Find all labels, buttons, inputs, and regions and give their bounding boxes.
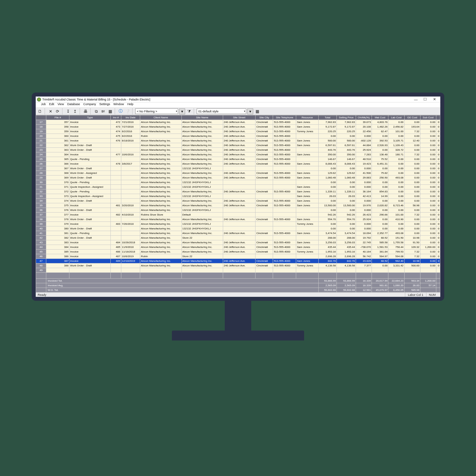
copy-icon[interactable]: ⧉: [93, 108, 99, 114]
grid-header[interactable]: File #TypeInv #Inv DateClient NameSite N…: [36, 115, 440, 120]
column-header[interactable]: Site City: [256, 115, 273, 120]
column-header[interactable]: Type: [69, 115, 111, 120]
menu-edit[interactable]: Edit: [49, 102, 55, 107]
table-row[interactable]: 24364Invoice47710/6/2016Abcon Manufactur…: [36, 152, 440, 157]
table-row[interactable]: 38378Work Order - DraftAbcon Manufacturi…: [36, 217, 440, 222]
grid-icon[interactable]: ▦: [107, 108, 113, 114]
titlebar: Trimble® Accubid Classic Time & Material…: [36, 97, 440, 102]
maximize-button[interactable]: ☐: [420, 97, 430, 101]
filter-dropdown-label: < No Filtering >: [137, 110, 157, 113]
filter-dropdown[interactable]: < No Filtering >: [135, 108, 178, 114]
menu-view[interactable]: View: [58, 102, 64, 107]
statusbar: Ready Labor Col 1 NUM: [36, 292, 440, 297]
column-header[interactable]: Site Street: [223, 115, 256, 120]
sum-icon[interactable]: SΣ: [100, 108, 106, 114]
status-labor: Labor Col 1: [405, 293, 426, 297]
column-header[interactable]: Inv #: [111, 115, 121, 120]
table-row[interactable]: 40380Work Order - DraftAbcon Manufacturi…: [36, 226, 440, 231]
column-header[interactable]: Site Telephone: [273, 115, 296, 120]
new-icon[interactable]: 🗋: [37, 108, 43, 114]
delete-icon[interactable]: ✕: [48, 108, 54, 114]
table-row[interactable]: 19359Invoice4748/2/2016Abcon Manufacturi…: [36, 129, 440, 134]
table-row[interactable]: 46386Invoice48710/8/2019RobinStore 222,6…: [36, 254, 440, 259]
menu-window[interactable]: Window: [113, 102, 124, 107]
table-row[interactable]: 20360Invoice4758/2/2016RobinAbcon Manufa…: [36, 134, 440, 139]
info-icon[interactable]: ⓘ: [118, 108, 124, 114]
style-dropdown[interactable]: 01-default style: [197, 108, 246, 114]
monitor-stand-neck: [225, 301, 251, 334]
status-num: NUM: [426, 293, 439, 297]
table-row[interactable]: 42382Work Order - DraftAbcon Manufacturi…: [36, 236, 440, 240]
style-apply-icon[interactable]: ▾: [247, 108, 253, 114]
print-icon[interactable]: 🖶: [83, 108, 89, 114]
menu-company[interactable]: Company: [83, 102, 96, 107]
style-dropdown-label: 01-default style: [198, 110, 218, 113]
toolbar: 🗋 ✕ ⟳ ↧ ↥ 🖶 ⧉ SΣ ▦ ⓘ ❔ < No Filtering > …: [36, 108, 440, 115]
minimize-button[interactable]: —: [411, 98, 420, 101]
monitor-stand-base: [172, 331, 304, 340]
table-row[interactable]: 36376Work Order - DraftAbcon Manufacturi…: [36, 208, 440, 213]
data-grid[interactable]: File #TypeInv #Inv DateClient NameSite N…: [36, 115, 440, 292]
table-row[interactable]: 35375Invoice4813/20/2018Abcon Manufactur…: [36, 203, 440, 208]
table-row[interactable]: 22362Work Order - DraftAbcon Manufacturi…: [36, 143, 440, 148]
table-row[interactable]: 31371Quote Inspection - AssignedAbcon Ma…: [36, 185, 440, 189]
table-row[interactable]: 18358Invoice4737/27/2016Abcon Manufactur…: [36, 125, 440, 129]
table-row[interactable]: 29369Work Order - DraftAbcon Manufacturi…: [36, 176, 440, 180]
table-row[interactable]: 47387Invoice48912/10/2019Abcon Manufactu…: [36, 259, 440, 263]
menu-help[interactable]: Help: [127, 102, 134, 107]
menu-job[interactable]: Job: [41, 102, 46, 107]
summary-row: W.O. Tot.59,602.8859,602.8812.56145,079.…: [36, 288, 440, 293]
summary-row: Invoiced Tot.53,866.9953,866.9916.33920,…: [36, 279, 440, 283]
column-header[interactable]: [36, 115, 46, 120]
menu-database[interactable]: Database: [67, 102, 80, 107]
table-row[interactable]: 23363Work Order - DraftAbcon Manufacturi…: [36, 148, 440, 152]
table-row[interactable]: 41381Quote - PendingAbcon Manufacturing …: [36, 231, 440, 236]
close-button[interactable]: ✕: [430, 97, 439, 101]
column-header[interactable]: Mat Cost: [372, 115, 388, 120]
table-row[interactable]: 25365Quote - PendingAbcon Manufacturing …: [36, 157, 440, 162]
column-header[interactable]: [436, 115, 440, 120]
column-header[interactable]: Oh/Mk(%): [356, 115, 372, 120]
column-header[interactable]: Resource: [296, 115, 318, 120]
table-row[interactable]: 17357Invoice4727/21/2016Abcon Manufactur…: [36, 120, 440, 125]
table-row[interactable]: 45385Invoice48611/16/2018Abcon Manufactu…: [36, 250, 440, 254]
column-header[interactable]: Sub Cost: [420, 115, 436, 120]
column-header[interactable]: GE Cost: [404, 115, 420, 120]
column-header[interactable]: Selling Price: [337, 115, 356, 120]
summary-row: Invoiced Avg.2,565.092,565.0916.339981.8…: [36, 283, 440, 288]
column-header[interactable]: Lab Cost: [388, 115, 404, 120]
table-row[interactable]: 43383Invoice48410/26/2018Abcon Manufactu…: [36, 240, 440, 245]
table-row[interactable]: 37377Invoice4824/10/2018Robins Shoe Stor…: [36, 213, 440, 217]
column-header[interactable]: Site Name: [181, 115, 223, 120]
help-icon[interactable]: ❔: [125, 108, 131, 114]
table-row[interactable]: 32372Quote - PendingAbcon Manufacturing …: [36, 189, 440, 194]
column-header[interactable]: Total: [318, 115, 337, 120]
table-row[interactable]: 49: [36, 268, 440, 273]
menu-settings[interactable]: Settings: [99, 102, 110, 107]
window-title: Trimble® Accubid Classic Time & Material…: [42, 98, 150, 101]
column-header[interactable]: Client Name: [140, 115, 181, 120]
screen: Trimble® Accubid Classic Time & Material…: [36, 97, 440, 297]
filter-apply-icon[interactable]: ▾: [179, 108, 185, 114]
funnel-icon[interactable]: ⧩: [186, 108, 192, 114]
column-header[interactable]: File #: [46, 115, 69, 120]
table-row[interactable]: 27367Work Order - DraftAbcon Manufacturi…: [36, 166, 440, 171]
table-row[interactable]: 39379Invoice4837/26/2018Abcon Manufactur…: [36, 222, 440, 226]
table-row[interactable]: 33373Quote Inspection - AssignedAbcon Ma…: [36, 194, 440, 199]
refresh-icon[interactable]: ⟳: [55, 108, 60, 114]
table-row[interactable]: 26366Invoice4783/8/2017Abcon Manufacturi…: [36, 162, 440, 166]
table-row[interactable]: 48388Work Order - DraftAbcon Manufacturi…: [36, 263, 440, 268]
table-row[interactable]: 44384Invoice48511/9/2018Abcon Manufactur…: [36, 245, 440, 250]
sort-asc-icon[interactable]: ↧: [65, 108, 71, 114]
table-row[interactable]: 34374Work Order - DraftAbcon Manufacturi…: [36, 199, 440, 203]
app-icon: [37, 98, 41, 101]
menubar: Job Edit View Database Company Settings …: [36, 102, 440, 108]
monitor-frame: Trimble® Accubid Classic Time & Material…: [32, 93, 444, 301]
table-row[interactable]: 28368Work Order - AssignedAbcon Manufact…: [36, 171, 440, 176]
table-row[interactable]: 30370Quote - PendingAbcon Manufacturing …: [36, 180, 440, 185]
column-header[interactable]: Inv Date: [121, 115, 140, 120]
sort-desc-icon[interactable]: ↥: [72, 108, 78, 114]
style-config-icon[interactable]: ▦: [254, 108, 260, 114]
status-ready: Ready: [38, 293, 46, 297]
table-row[interactable]: 21361Invoice4768/18/2016Abcon Manufactur…: [36, 139, 440, 143]
